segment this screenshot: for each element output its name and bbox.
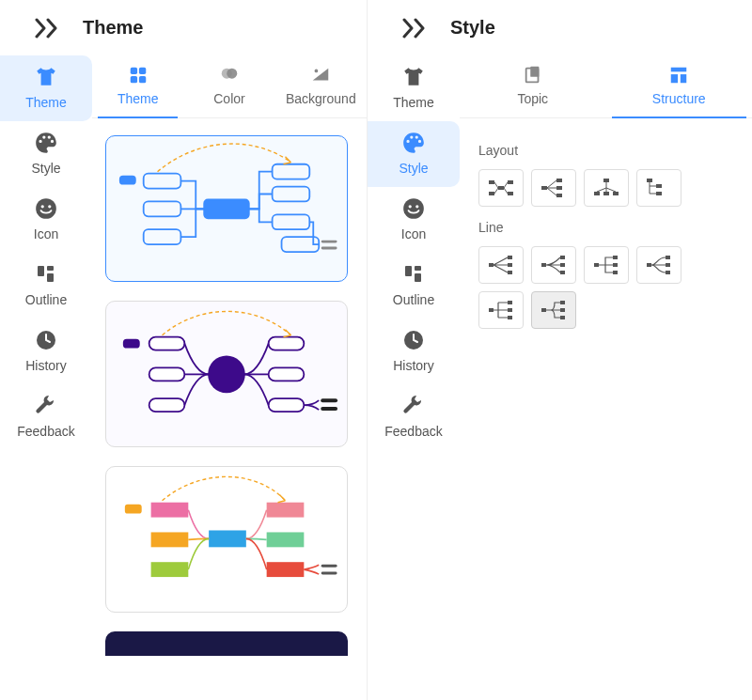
style-tabs: Topic Structure: [460, 55, 752, 118]
sidenav-item-theme[interactable]: Theme: [368, 55, 460, 121]
svg-rect-35: [209, 530, 246, 547]
style-panel-body: Theme Style Icon Outline History Feedbac…: [368, 55, 752, 700]
svg-rect-48: [405, 266, 412, 276]
svg-rect-69: [613, 192, 619, 195]
svg-rect-26: [149, 337, 185, 350]
structure-icon: [668, 65, 689, 86]
topic-icon: [523, 65, 543, 86]
svg-point-2: [48, 205, 51, 208]
layout-option-4[interactable]: [636, 169, 682, 207]
svg-rect-31: [269, 398, 305, 412]
svg-rect-36: [151, 503, 189, 518]
tab-topic[interactable]: Topic: [460, 55, 606, 117]
tab-label: Background: [286, 91, 356, 106]
tab-label: Topic: [517, 91, 548, 106]
svg-rect-71: [656, 184, 662, 188]
svg-rect-70: [647, 179, 652, 182]
layout-option-1[interactable]: [478, 169, 524, 207]
svg-rect-22: [119, 176, 136, 185]
theme-card-list[interactable]: [92, 118, 367, 700]
line-option-5[interactable]: [478, 291, 524, 329]
tab-color[interactable]: Color: [183, 55, 274, 117]
smile-icon: [34, 196, 58, 221]
svg-rect-64: [556, 186, 562, 190]
grid-icon: [128, 65, 149, 86]
palette-icon: [34, 131, 58, 155]
line-option-6[interactable]: [531, 291, 576, 329]
svg-rect-95: [560, 308, 565, 312]
svg-rect-86: [666, 256, 670, 259]
theme-card-2[interactable]: [105, 301, 348, 447]
sidenav-item-outline[interactable]: Outline: [0, 253, 92, 319]
svg-rect-58: [489, 192, 494, 195]
style-panel-title: Style: [450, 17, 495, 39]
tab-theme[interactable]: Theme: [92, 55, 183, 117]
svg-rect-84: [613, 271, 618, 274]
theme-card-4[interactable]: [105, 631, 348, 656]
background-icon: [310, 65, 331, 86]
layout-option-3[interactable]: [584, 169, 629, 207]
sidenav-item-label: Outline: [393, 292, 434, 307]
theme-card-3[interactable]: [105, 466, 348, 613]
svg-rect-30: [269, 367, 305, 381]
svg-rect-41: [267, 562, 305, 577]
svg-rect-94: [560, 301, 565, 304]
chevron-right-double-icon: [402, 18, 429, 39]
tab-background[interactable]: Background: [275, 55, 367, 117]
sidenav-item-theme[interactable]: Theme: [0, 55, 92, 121]
tab-label: Color: [213, 91, 244, 106]
svg-rect-68: [603, 192, 609, 195]
svg-rect-18: [273, 164, 310, 179]
layout-heading: Layout: [478, 143, 733, 158]
line-option-3[interactable]: [584, 246, 629, 284]
line-option-2[interactable]: [531, 246, 576, 284]
line-heading: Line: [478, 220, 733, 235]
right-sidenav: Theme Style Icon Outline History Feedbac…: [368, 55, 460, 700]
theme-content: Theme Color Background: [92, 55, 367, 700]
layout-option-2[interactable]: [531, 169, 576, 207]
svg-rect-9: [130, 76, 136, 83]
left-sidenav: Theme Style Icon Outline History Feedbac…: [0, 55, 92, 700]
sidenav-item-style[interactable]: Style: [0, 121, 92, 187]
svg-rect-19: [273, 187, 310, 202]
svg-rect-87: [666, 263, 670, 267]
sidenav-item-label: Feedback: [17, 424, 74, 439]
sidenav-item-history[interactable]: History: [368, 319, 460, 384]
svg-rect-65: [556, 194, 562, 197]
style-content: Topic Structure Layout Line: [460, 55, 752, 700]
collapse-left-button[interactable]: [13, 18, 83, 39]
svg-rect-40: [267, 532, 305, 547]
svg-rect-96: [560, 316, 565, 319]
sidenav-item-history[interactable]: History: [0, 319, 92, 384]
theme-preview-3: [106, 467, 347, 613]
svg-rect-49: [415, 266, 421, 271]
theme-panel-title: Theme: [83, 17, 143, 39]
sidenav-item-label: Icon: [401, 226, 426, 241]
wrench-icon: [34, 394, 58, 418]
sidenav-item-icon[interactable]: Icon: [368, 187, 460, 253]
outline-icon: [401, 262, 426, 287]
collapse-right-button[interactable]: [381, 18, 450, 39]
svg-rect-74: [508, 256, 512, 259]
svg-rect-14: [204, 199, 249, 218]
sidenav-item-feedback[interactable]: Feedback: [368, 384, 460, 450]
tab-structure[interactable]: Structure: [606, 55, 753, 117]
sidenav-item-outline[interactable]: Outline: [368, 253, 460, 319]
svg-rect-77: [541, 263, 546, 267]
structure-section: Layout Line: [460, 118, 752, 340]
sidenav-item-icon[interactable]: Icon: [0, 187, 92, 253]
theme-card-1[interactable]: [105, 135, 348, 282]
theme-tabs: Theme Color Background: [92, 55, 367, 118]
svg-point-47: [415, 205, 418, 208]
smile-icon: [401, 196, 426, 221]
line-option-1[interactable]: [478, 246, 524, 284]
sidenav-item-feedback[interactable]: Feedback: [0, 384, 92, 450]
color-icon: [219, 65, 240, 86]
sidenav-item-label: Style: [399, 161, 428, 176]
svg-point-45: [403, 198, 424, 219]
line-option-4[interactable]: [636, 246, 682, 284]
theme-panel: Theme Theme Style Icon Outline Histo: [0, 0, 367, 700]
svg-rect-8: [139, 68, 146, 74]
svg-rect-79: [560, 263, 565, 267]
sidenav-item-style[interactable]: Style: [368, 121, 460, 187]
